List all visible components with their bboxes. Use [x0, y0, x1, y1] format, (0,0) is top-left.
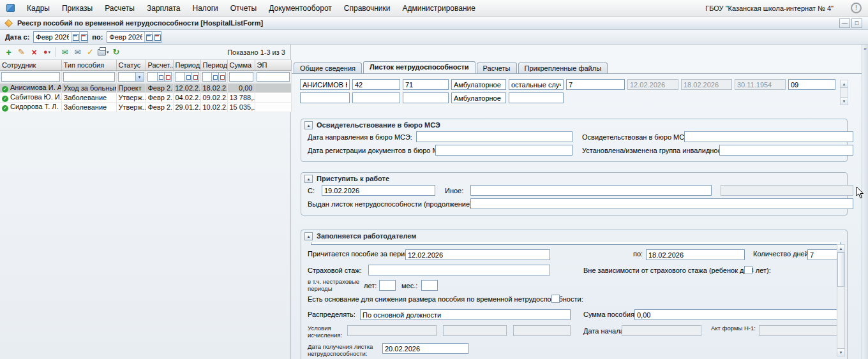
tab-attachments[interactable]: Прикрепленные файлы: [518, 62, 608, 73]
side-panel-collapse-strip[interactable]: »: [862, 45, 868, 359]
period-to-field: [681, 79, 732, 90]
filter-period-from-input[interactable]: [175, 72, 185, 82]
filter-period-to-input[interactable]: [202, 72, 212, 82]
mse-direction-date-input[interactable]: [416, 131, 572, 142]
regardless-checkbox[interactable]: [744, 266, 752, 274]
distribute-input[interactable]: [360, 309, 571, 320]
calendar-alt-icon[interactable]: [153, 32, 161, 42]
collapse-section-icon[interactable]: ▴: [304, 232, 313, 240]
noninsurance-years-input[interactable]: [379, 280, 396, 291]
collapse-section-icon[interactable]: ▴: [304, 121, 313, 129]
col-status[interactable]: Статус: [116, 60, 146, 70]
tab-sick-note[interactable]: Листок нетрудоспособности: [363, 61, 475, 73]
col-signature[interactable]: ЭП: [255, 60, 291, 70]
extra-code-field[interactable]: [403, 79, 449, 90]
filter-employee-input[interactable]: [1, 72, 60, 82]
work-other-input[interactable]: [470, 185, 712, 196]
menu-raschety[interactable]: Расчеты: [105, 4, 135, 13]
tab-calculations[interactable]: Расчеты: [477, 62, 517, 73]
treatment-type-field-2[interactable]: [451, 92, 506, 103]
code-field[interactable]: [788, 79, 835, 90]
calendar-alt-icon[interactable]: [165, 72, 172, 82]
work-from-input[interactable]: [322, 185, 435, 196]
message-button[interactable]: ✉: [71, 46, 84, 58]
calendar-alt-icon[interactable]: [192, 72, 199, 82]
days-count-field[interactable]: [566, 79, 625, 90]
basis-input[interactable]: [311, 242, 841, 245]
send-button[interactable]: ✉: [59, 46, 71, 58]
scroll-up-icon[interactable]: ▲: [837, 245, 844, 253]
menu-otchety[interactable]: Отчеты: [230, 4, 257, 13]
scroll-up-icon[interactable]: ▲: [841, 80, 848, 88]
filter-signature-input[interactable]: [257, 72, 290, 82]
menu-prikazy[interactable]: Приказы: [62, 4, 93, 13]
menu-nalogi[interactable]: Налоги: [193, 4, 218, 13]
mse-registration-date-input[interactable]: [435, 145, 572, 156]
scrollbar-thumb[interactable]: [837, 253, 844, 287]
filter-status-input[interactable]: [118, 72, 136, 82]
calendar-icon[interactable]: [158, 72, 165, 82]
calendar-icon[interactable]: [185, 72, 192, 82]
menu-dokumentooborot[interactable]: Документооборот: [269, 4, 332, 13]
tab-general-info[interactable]: Общие сведения: [294, 62, 362, 73]
patient-name-field[interactable]: [300, 79, 350, 90]
col-period-to[interactable]: Период...: [200, 60, 227, 70]
receipt-date-input[interactable]: [382, 343, 468, 354]
col-period-from[interactable]: Период с: [173, 60, 200, 70]
minimize-button[interactable]: —: [839, 18, 850, 28]
cause-code-field[interactable]: [352, 79, 400, 90]
info-icon[interactable]: !: [851, 3, 862, 13]
date-from-input[interactable]: [34, 32, 71, 42]
benefit-row[interactable]: ✓Сабитова Ю. И. Заболевание Утверж... Фе…: [0, 92, 291, 102]
case-type-field-2[interactable]: [509, 92, 564, 103]
menu-spravochniki[interactable]: Справочники: [344, 4, 391, 13]
employer-scrollbar[interactable]: ▲ ▼: [837, 244, 845, 356]
expand-panel-icon[interactable]: »: [862, 46, 868, 52]
approve-button[interactable]: ✓: [84, 46, 96, 58]
add-button[interactable]: +: [3, 46, 15, 58]
delete-button[interactable]: ×: [28, 46, 40, 58]
date-to-input[interactable]: [107, 32, 144, 42]
edit-button[interactable]: ✎: [15, 46, 27, 58]
noninsurance-months-input[interactable]: [421, 280, 438, 291]
reduction-checkbox[interactable]: [551, 295, 560, 303]
scroll-down-icon[interactable]: ▼: [837, 348, 844, 356]
calendar-alt-icon[interactable]: [79, 32, 87, 42]
cause-code-field-2[interactable]: [352, 92, 400, 103]
menu-zarplata[interactable]: Зарплата: [147, 4, 181, 13]
continuation-number-input[interactable]: [470, 198, 853, 209]
calendar-icon[interactable]: [212, 72, 219, 82]
calendar-alt-icon[interactable]: [219, 72, 226, 82]
grid-scrollbar[interactable]: ▲ ▼: [840, 80, 848, 105]
benefit-period-from-input[interactable]: [405, 249, 550, 260]
mse-disability-group-input[interactable]: [719, 145, 853, 156]
maximize-button[interactable]: □: [851, 18, 862, 28]
collapse-section-icon[interactable]: ▴: [304, 175, 313, 183]
refresh-button[interactable]: ↻: [110, 46, 123, 58]
calendar-icon[interactable]: [144, 32, 153, 42]
col-amount[interactable]: Сумма: [227, 60, 255, 70]
benefit-row[interactable]: ✓Сидорова Т. Л. Заболевание Утверж... Фе…: [0, 102, 291, 112]
col-benefit-type[interactable]: Тип пособия: [61, 60, 116, 70]
menu-administrirovanie[interactable]: Администрирование: [403, 4, 475, 13]
treatment-type-field[interactable]: [451, 79, 506, 90]
print-button[interactable]: ▾: [97, 46, 110, 58]
benefit-period-to-input[interactable]: [646, 249, 745, 260]
benefit-row[interactable]: ✓Анисимова И. А. Уход за больным ... Про…: [0, 83, 291, 92]
mse-examined-input[interactable]: [684, 131, 853, 142]
filter-calc-input[interactable]: [147, 72, 158, 82]
filter-type-input[interactable]: [63, 72, 115, 82]
filter-amount-input[interactable]: [229, 72, 253, 82]
case-type-field[interactable]: [509, 79, 564, 90]
extra-code-field-2[interactable]: [403, 92, 449, 103]
patient-name-field-2[interactable]: [300, 92, 350, 103]
combo-arrow-icon[interactable]: ▼: [136, 72, 144, 82]
menu-kadry[interactable]: Кадры: [27, 4, 50, 13]
status-menu-button[interactable]: ●▾: [41, 46, 53, 58]
insurance-experience-input[interactable]: [368, 265, 550, 275]
benefit-sum-input[interactable]: [634, 309, 845, 320]
col-calc-period[interactable]: Расчет...: [146, 60, 173, 70]
col-employee[interactable]: Сотрудник: [0, 60, 61, 70]
scroll-down-icon[interactable]: ▼: [841, 97, 848, 105]
calendar-icon[interactable]: [71, 32, 79, 42]
